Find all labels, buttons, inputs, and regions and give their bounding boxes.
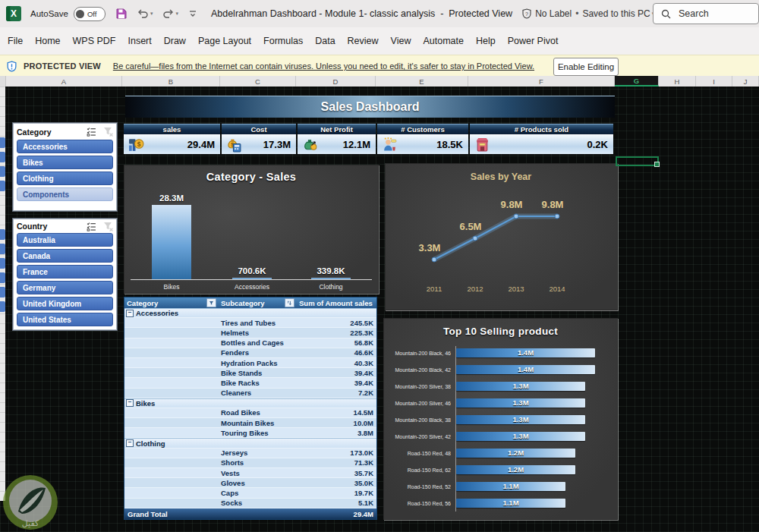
- column-header-h[interactable]: H: [659, 76, 696, 87]
- pivot-value: 173.0K: [299, 449, 376, 457]
- menu-tab-help[interactable]: Help: [470, 36, 502, 46]
- pivot-item-row[interactable]: Cleaners7.2K: [124, 389, 376, 398]
- top10-bar-road-150-red-48: 1.2M: [456, 449, 575, 458]
- pivot-item-row[interactable]: Gloves35.0K: [124, 478, 376, 488]
- pivot-group-row-clothing[interactable]: −Clothing: [124, 438, 376, 448]
- slicer-item-components[interactable]: Components: [17, 187, 113, 201]
- column-header-c[interactable]: C: [220, 76, 296, 87]
- slicer-item-france[interactable]: France: [17, 265, 113, 279]
- kpi-card-cost[interactable]: Cost$17.3M: [222, 124, 296, 154]
- top10-selling-chart[interactable]: Top 10 Selling product Mountain-200 Blac…: [383, 318, 618, 520]
- pivot-table[interactable]: Category Subcategory Sum of Amount sales…: [124, 297, 377, 520]
- protected-view-message[interactable]: Be careful—files from the Internet can c…: [113, 61, 534, 71]
- collapse-icon[interactable]: −: [126, 399, 134, 407]
- pivot-item-row[interactable]: Fenders46.6K: [124, 348, 376, 358]
- autosave-state: Off: [87, 10, 97, 18]
- top10-row: Road-150 Red, 521.1M: [384, 478, 617, 495]
- column-header-d[interactable]: D: [296, 76, 376, 87]
- enable-editing-button[interactable]: Enable Editing: [553, 58, 619, 76]
- pivot-value: 35.0K: [299, 479, 376, 487]
- kpi-card-net-profit[interactable]: Net Profit12.1M: [298, 124, 376, 154]
- pivot-item-row[interactable]: Mountain Bikes10.0M: [124, 418, 376, 428]
- slicer-item-united-states[interactable]: United States: [17, 313, 113, 326]
- sales-coins-icon: $: [126, 137, 144, 153]
- column-header-i[interactable]: I: [696, 76, 732, 87]
- slicer-item-accessories[interactable]: Accessories: [17, 140, 113, 153]
- worksheet[interactable]: Sales Dashboard sales$29.4MCost$17.3MNet…: [0, 87, 759, 532]
- search-input[interactable]: [677, 8, 748, 20]
- column-header-g[interactable]: G: [615, 76, 659, 87]
- column-header-e[interactable]: E: [376, 76, 468, 87]
- slicer-item-germany[interactable]: Germany: [17, 281, 113, 294]
- multi-select-icon[interactable]: [83, 127, 96, 137]
- multi-select-icon[interactable]: [83, 222, 96, 231]
- column-header-j[interactable]: J: [732, 76, 759, 87]
- pivot-item-row[interactable]: Bike Racks39.4K: [124, 378, 376, 388]
- pivot-item-row[interactable]: Socks5.1K: [124, 499, 376, 508]
- redo-dropdown-icon[interactable]: ▾: [175, 11, 178, 17]
- pivot-item-row[interactable]: Tires and Tubes245.5K: [124, 318, 376, 328]
- menu-tab-wps-pdf[interactable]: WPS PDF: [67, 36, 122, 46]
- menu-tab-formulas[interactable]: Formulas: [257, 36, 309, 46]
- pivot-value: 10.0M: [299, 419, 376, 427]
- pivot-item-row[interactable]: Bike Stands39.4K: [124, 368, 376, 378]
- fill-handle[interactable]: [654, 162, 660, 167]
- menu-tab-page-layout[interactable]: Page Layout: [192, 36, 257, 46]
- menu-tab-home[interactable]: Home: [29, 36, 66, 46]
- pivot-value: 225.3K: [299, 329, 376, 337]
- kpi-card-sales[interactable]: sales$29.4M: [124, 124, 220, 154]
- category-filter-button[interactable]: [206, 298, 216, 307]
- document-status[interactable]: ? No Label • Saved to this PC ▾: [521, 8, 654, 19]
- column-header-b[interactable]: B: [122, 76, 220, 87]
- menu-tab-file[interactable]: File: [2, 36, 29, 46]
- collapse-icon[interactable]: −: [126, 439, 134, 447]
- subcategory-sort-button[interactable]: [285, 298, 294, 307]
- undo-dropdown-icon[interactable]: ▾: [150, 11, 153, 17]
- search-box[interactable]: [653, 3, 759, 24]
- pivot-item-row[interactable]: Caps19.7K: [124, 488, 376, 498]
- sales-by-year-chart[interactable]: Sales by Year3.3M20116.5M20129.8M20139.8…: [385, 163, 618, 310]
- slicer-item-united-kingdom[interactable]: United Kingdom: [17, 297, 113, 310]
- pivot-item-row[interactable]: Touring Bikes3.8M: [124, 428, 376, 438]
- undo-button[interactable]: ▾: [137, 8, 153, 19]
- collapse-icon[interactable]: −: [126, 310, 134, 317]
- slicer-item-clothing[interactable]: Clothing: [17, 172, 113, 185]
- category-sales-chart[interactable]: Category - Sales 28.3MBikes700.6KAccesso…: [124, 165, 379, 294]
- quick-access-menu-icon[interactable]: [188, 10, 197, 18]
- select-all-corner[interactable]: [0, 76, 6, 87]
- pivot-group-row-bikes[interactable]: −Bikes: [124, 398, 376, 408]
- menu-tab-data[interactable]: Data: [309, 36, 341, 46]
- kpi-card-customers[interactable]: # Customers18.5K: [377, 124, 468, 154]
- menu-tab-power-pivot[interactable]: Power Pivot: [502, 36, 565, 46]
- pivot-item-row[interactable]: Shorts71.3K: [124, 458, 376, 468]
- pivot-item-row[interactable]: Hydration Packs40.3K: [124, 358, 376, 368]
- slicer-item-canada[interactable]: Canada: [17, 249, 113, 263]
- category-slicer[interactable]: CategoryAccessoriesBikesClothingComponen…: [13, 123, 117, 211]
- menu-tab-automate[interactable]: Automate: [417, 36, 470, 46]
- column-header-a[interactable]: A: [6, 76, 122, 87]
- save-icon[interactable]: [115, 8, 128, 20]
- top10-bar-road-150-red-56: 1.1M: [456, 499, 565, 508]
- menu-tab-review[interactable]: Review: [342, 36, 385, 46]
- pivot-group-row-accessories[interactable]: −Accessories: [124, 308, 376, 318]
- slicer-item-bikes[interactable]: Bikes: [17, 156, 113, 169]
- redo-button[interactable]: ▾: [162, 8, 178, 19]
- autosave-toggle[interactable]: Off: [74, 7, 106, 21]
- slicer-item-australia[interactable]: Australia: [17, 233, 113, 247]
- pivot-item-row[interactable]: Bottles and Cages56.8K: [124, 338, 376, 348]
- column-header-f[interactable]: F: [468, 76, 615, 87]
- menu-tab-draw[interactable]: Draw: [158, 36, 192, 46]
- kpi-card-products-sold[interactable]: # Products sold0.2K: [470, 124, 613, 154]
- pivot-item-row[interactable]: Vests35.7K: [124, 468, 376, 478]
- selected-cell[interactable]: [616, 156, 659, 166]
- menu-tab-insert[interactable]: Insert: [121, 36, 157, 46]
- x-axis-tick-label: 2012: [467, 285, 483, 293]
- menu-tab-view[interactable]: View: [385, 36, 417, 46]
- country-slicer[interactable]: CountryAustraliaCanadaFranceGermanyUnite…: [13, 219, 117, 330]
- clear-filter-icon[interactable]: [100, 222, 113, 231]
- pivot-item-row[interactable]: Road Bikes14.5M: [124, 408, 376, 418]
- pivot-item-row[interactable]: Jerseys173.0K: [124, 449, 376, 458]
- pivot-item-row[interactable]: Helmets225.3K: [124, 328, 376, 338]
- clear-filter-icon[interactable]: [100, 127, 113, 137]
- data-point-marker: [432, 257, 436, 262]
